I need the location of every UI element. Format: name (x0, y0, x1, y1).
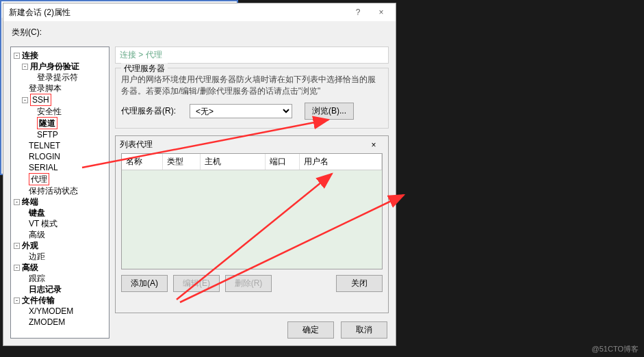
category-tree[interactable]: -连接 -用户身份验证 登录提示符 登录脚本 -SSH 安全性 隧道 SFTP … (10, 47, 110, 339)
tree-toggle-icon[interactable]: - (22, 64, 28, 70)
tree-toggle-icon[interactable]: - (14, 298, 20, 304)
col-type[interactable]: 类型 (163, 154, 201, 170)
col-name[interactable]: 名称 (122, 154, 163, 170)
close-list-button[interactable]: 关闭 (336, 275, 383, 292)
tree-item-sftp[interactable]: SFTP (37, 130, 58, 140)
delete-button: 删除(R) (225, 275, 272, 292)
col-host[interactable]: 主机 (201, 154, 266, 170)
tree-item-telnet[interactable]: TELNET (29, 141, 60, 150)
tree-item-prompt[interactable]: 登录提示符 (37, 72, 78, 82)
tree-item-rlogin[interactable]: RLOGIN (29, 152, 60, 161)
tree-toggle-icon[interactable]: - (14, 53, 20, 59)
tree-item-trace[interactable]: 跟踪 (29, 274, 45, 283)
tree-item-keepalive[interactable]: 保持活动状态 (29, 186, 78, 196)
help-button[interactable]: ? (346, 5, 370, 20)
col-user[interactable]: 用户名 (300, 154, 382, 170)
tree-item-vtmode[interactable]: VT 模式 (29, 219, 57, 228)
tree-item-serial[interactable]: SERIAL (29, 163, 58, 172)
proxy-description: 用户的网络环境使用代理服务器防火墙时请在如下列表中选择恰当的服务器。若要添加/编… (121, 74, 383, 97)
tree-item-proxy[interactable]: 代理 (29, 173, 49, 185)
tree-item-advanced2[interactable]: 高级 (22, 263, 38, 272)
browse-button[interactable]: 浏览(B)... (305, 103, 354, 120)
col-port[interactable]: 端口 (266, 154, 300, 170)
proxy-server-select[interactable]: <无> (190, 104, 292, 118)
close-button[interactable]: × (370, 5, 393, 20)
ok-button[interactable]: 确定 (287, 321, 334, 339)
add-button[interactable]: 添加(A) (121, 275, 168, 292)
tree-item-script[interactable]: 登录脚本 (29, 83, 62, 93)
tree-item-keyboard[interactable]: 键盘 (29, 208, 45, 217)
tree-item-ssh[interactable]: SSH (30, 94, 51, 106)
session-properties-window: 新建会话 (2)属性 ? × 类别(C): -连接 -用户身份验证 登录提示符 … (3, 3, 396, 346)
tree-item-appearance[interactable]: 外观 (22, 241, 38, 250)
tree-toggle-icon[interactable]: - (14, 199, 20, 205)
tree-item-security[interactable]: 安全性 (37, 107, 62, 116)
window-title: 新建会话 (2)属性 (9, 7, 70, 18)
proxy-server-label: 代理服务器(R): (121, 105, 190, 117)
tree-item-zmodem[interactable]: ZMODEM (29, 317, 65, 327)
watermark: @51CTO博客 (592, 344, 639, 354)
tree-item-tunnel[interactable]: 隧道 (37, 117, 57, 129)
breadcrumb: 连接 > 代理 (115, 47, 389, 64)
group-title: 代理服务器 (121, 63, 168, 75)
list-title: 列表代理 (120, 139, 153, 150)
tree-item-filetransfer[interactable]: 文件传输 (22, 295, 55, 305)
proxy-list-table[interactable]: 名称 类型 主机 端口 用户名 (121, 153, 383, 269)
category-label: 类别(C): (12, 27, 389, 38)
tree-item-log[interactable]: 日志记录 (29, 285, 62, 294)
titlebar: 新建会话 (2)属性 ? × (3, 3, 396, 21)
right-pane: 连接 > 代理 代理服务器 用户的网络环境使用代理服务器防火墙时请在如下列表中选… (115, 47, 389, 339)
tree-toggle-icon[interactable]: - (14, 243, 20, 249)
proxy-list-dialog: 列表代理 × 名称 类型 主机 端口 用户名 添加(A) (115, 135, 389, 313)
tree-item-auth[interactable]: 用户身份验证 (30, 62, 79, 71)
edit-button: 编辑(E) (173, 275, 220, 292)
tree-item-terminal[interactable]: 终端 (22, 197, 38, 207)
cancel-button[interactable]: 取消 (341, 321, 387, 339)
tree-toggle-icon[interactable]: - (14, 265, 20, 271)
tree-toggle-icon[interactable]: - (22, 97, 28, 103)
tree-item-connection[interactable]: 连接 (22, 51, 38, 60)
list-close-button[interactable]: × (363, 140, 384, 150)
proxy-server-group: 代理服务器 用户的网络环境使用代理服务器防火墙时请在如下列表中选择恰当的服务器。… (115, 68, 389, 129)
tree-item-xymodem[interactable]: X/YMODEM (29, 306, 73, 316)
tree-item-margin[interactable]: 边距 (29, 252, 45, 261)
tree-item-advanced[interactable]: 高级 (29, 230, 45, 239)
